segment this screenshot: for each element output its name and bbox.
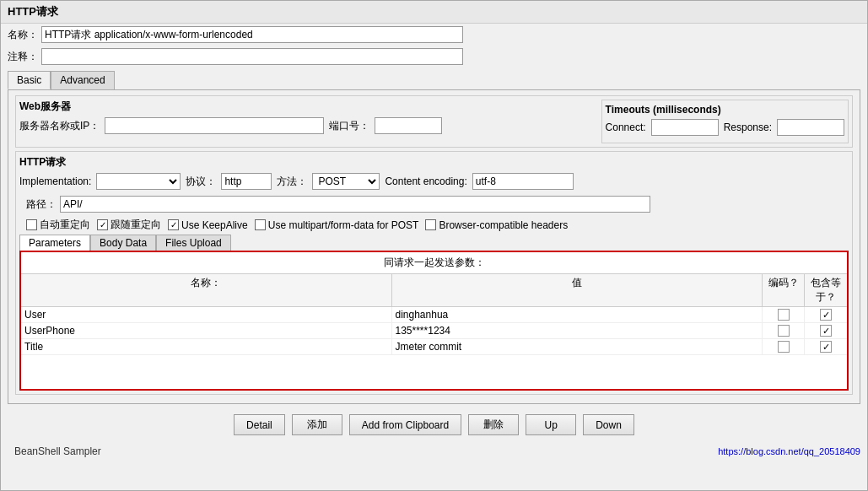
timeout-row: Connect: Response: xyxy=(606,119,844,136)
encoding-input[interactable] xyxy=(472,173,574,190)
params-empty-space xyxy=(21,355,847,389)
param-value: dinghanhua xyxy=(392,307,763,322)
buttons-row: Detail 添加 Add from Clipboard 删除 Up Down xyxy=(1,407,867,442)
add-button[interactable]: 添加 xyxy=(292,414,342,435)
inner-tabs-bar: Parameters Body Data Files Upload xyxy=(19,235,849,251)
http-req-label: HTTP请求 xyxy=(19,155,849,170)
keep-alive-label: Use KeepAlive xyxy=(181,219,248,231)
auto-redirect-checkbox[interactable] xyxy=(26,219,37,230)
inner-tab-body-data[interactable]: Body Data xyxy=(90,235,156,251)
keep-alive-item[interactable]: Use KeepAlive xyxy=(168,219,248,231)
follow-redirect-item[interactable]: 跟随重定向 xyxy=(97,218,161,232)
protocol-input[interactable] xyxy=(221,173,272,190)
auto-redirect-item[interactable]: 自动重定向 xyxy=(26,218,90,232)
connect-input[interactable] xyxy=(651,119,719,136)
path-row: 路径： xyxy=(19,193,849,215)
connect-label: Connect: xyxy=(606,121,646,133)
http-request-section: HTTP请求 Implementation: 协议： 方法： POST GET … xyxy=(15,151,853,395)
table-row: Title Jmeter commit xyxy=(21,339,847,355)
path-input[interactable] xyxy=(60,196,650,213)
port-input[interactable] xyxy=(375,117,442,134)
param-value: Jmeter commit xyxy=(392,339,763,354)
checkboxes-row: 自动重定向 跟随重定向 Use KeepAlive Use multipart/… xyxy=(19,215,849,235)
delete-button[interactable]: 删除 xyxy=(468,414,519,435)
protocol-label: 协议： xyxy=(186,175,216,189)
keep-alive-checkbox[interactable] xyxy=(168,219,179,230)
param-name: Title xyxy=(21,339,392,354)
up-button[interactable]: Up xyxy=(526,414,576,435)
param-name: UserPhone xyxy=(21,323,392,338)
comment-input[interactable] xyxy=(41,48,463,65)
tab-basic-content: Web服务器 服务器名称或IP： 端口号： Timeouts (millisec… xyxy=(8,89,860,404)
multipart-checkbox[interactable] xyxy=(255,219,266,230)
params-table: 同请求一起发送参数： 名称： 值 编码？ 包含等于？ User dinghanh… xyxy=(19,251,849,391)
down-button[interactable]: Down xyxy=(583,414,634,435)
web-server-section: Web服务器 服务器名称或IP： 端口号： Timeouts (millisec… xyxy=(15,95,853,148)
multipart-item[interactable]: Use multipart/form-data for POST xyxy=(255,219,419,231)
params-col-headers: 名称： 值 编码？ 包含等于？ xyxy=(21,274,847,307)
col-header-value: 值 xyxy=(392,274,763,306)
footer-link[interactable]: https://blog.csdn.net/qq_20518409 xyxy=(718,446,860,456)
window-title: HTTP请求 xyxy=(1,1,867,24)
include-checkbox[interactable] xyxy=(820,325,832,337)
params-rows: User dinghanhua UserPhone 135****1234 Ti… xyxy=(21,307,847,355)
param-include[interactable] xyxy=(805,307,847,322)
param-name: User xyxy=(21,307,392,322)
outer-tabs-bar: Basic Advanced xyxy=(1,67,867,89)
browser-headers-label: Browser-compatible headers xyxy=(439,219,568,231)
tab-advanced[interactable]: Advanced xyxy=(51,71,114,89)
include-checkbox[interactable] xyxy=(820,341,832,353)
params-header: 同请求一起发送参数： xyxy=(21,252,847,274)
name-input[interactable] xyxy=(41,26,463,43)
param-value: 135****1234 xyxy=(392,323,763,338)
method-label: 方法： xyxy=(277,175,307,189)
method-select[interactable]: POST GET PUT DELETE xyxy=(312,173,380,190)
detail-button[interactable]: Detail xyxy=(234,414,285,435)
port-label: 端口号： xyxy=(329,119,369,133)
inner-tab-parameters[interactable]: Parameters xyxy=(19,235,90,251)
col-header-encode: 编码？ xyxy=(763,274,805,306)
path-label: 路径： xyxy=(26,197,57,212)
web-server-label: Web服务器 xyxy=(19,100,442,114)
col-header-include: 包含等于？ xyxy=(805,274,847,306)
response-input[interactable] xyxy=(777,119,844,136)
param-encode[interactable] xyxy=(763,307,805,322)
include-checkbox[interactable] xyxy=(820,309,832,321)
tab-basic[interactable]: Basic xyxy=(8,71,51,89)
timeouts-label: Timeouts (milliseconds) xyxy=(606,104,844,116)
param-include[interactable] xyxy=(805,323,847,338)
response-label: Response: xyxy=(724,121,772,133)
footer-label: BeanShell Sampler xyxy=(8,444,108,459)
browser-headers-checkbox[interactable] xyxy=(425,219,436,230)
name-row: 名称： xyxy=(1,24,867,46)
server-input[interactable] xyxy=(105,117,324,134)
follow-redirect-checkbox[interactable] xyxy=(97,219,108,230)
comment-row: 注释： xyxy=(1,46,867,67)
follow-redirect-label: 跟随重定向 xyxy=(111,218,161,232)
impl-row: Implementation: 协议： 方法： POST GET PUT DEL… xyxy=(19,173,849,190)
main-window: HTTP请求 名称： 注释： Basic Advanced Web服务器 服务器… xyxy=(0,0,868,491)
param-encode[interactable] xyxy=(763,323,805,338)
name-label: 名称： xyxy=(8,28,38,42)
encoding-label: Content encoding: xyxy=(385,175,466,187)
multipart-label: Use multipart/form-data for POST xyxy=(268,219,419,231)
encode-checkbox[interactable] xyxy=(778,325,790,337)
server-row: 服务器名称或IP： 端口号： xyxy=(19,117,442,134)
encode-checkbox[interactable] xyxy=(778,309,790,321)
param-encode[interactable] xyxy=(763,339,805,354)
param-include[interactable] xyxy=(805,339,847,354)
impl-select[interactable] xyxy=(96,173,181,190)
auto-redirect-label: 自动重定向 xyxy=(40,218,90,232)
col-header-name: 名称： xyxy=(21,274,392,306)
inner-tab-files-upload[interactable]: Files Upload xyxy=(156,235,231,251)
comment-label: 注释： xyxy=(8,50,38,64)
impl-label: Implementation: xyxy=(19,175,91,187)
add-clipboard-button[interactable]: Add from Clipboard xyxy=(349,414,461,435)
server-label: 服务器名称或IP： xyxy=(19,119,100,133)
table-row: User dinghanhua xyxy=(21,307,847,323)
browser-headers-item[interactable]: Browser-compatible headers xyxy=(425,219,568,231)
encode-checkbox[interactable] xyxy=(778,341,790,353)
table-row: UserPhone 135****1234 xyxy=(21,323,847,339)
